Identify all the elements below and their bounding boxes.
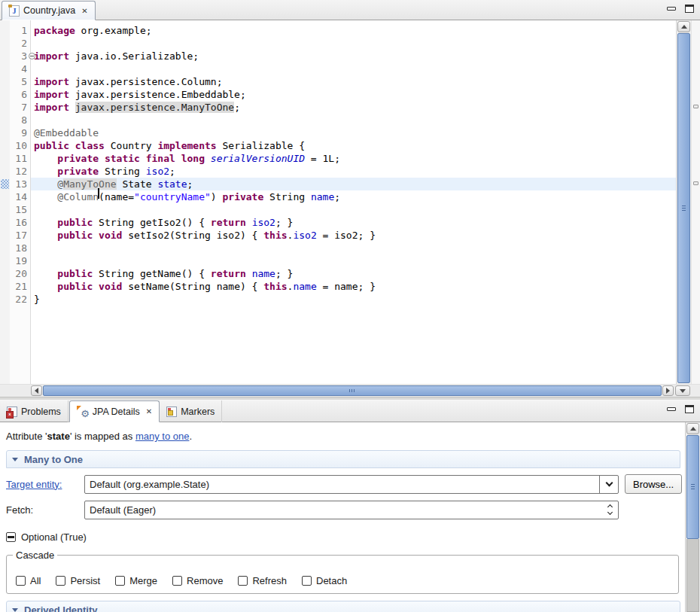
editor-horizontal-scrollbar bbox=[0, 384, 700, 397]
code-token bbox=[34, 191, 57, 202]
mapping-type-link[interactable]: many to one bbox=[135, 431, 190, 442]
target-entity-link[interactable]: Target entity: bbox=[6, 479, 84, 490]
code-line[interactable]: public class Country implements Serializ… bbox=[31, 139, 676, 152]
code-token: Serializable { bbox=[217, 140, 305, 151]
checkbox[interactable] bbox=[238, 576, 248, 586]
code-line[interactable]: package org.example; bbox=[31, 24, 676, 37]
fold-collapse-icon[interactable] bbox=[29, 53, 35, 59]
maximize-icon[interactable] bbox=[685, 5, 694, 13]
code-line[interactable]: public String getIso2() { return iso2; } bbox=[31, 216, 676, 229]
code-token: implements bbox=[157, 140, 216, 151]
scroll-left-button[interactable] bbox=[31, 385, 42, 396]
close-icon[interactable]: ✕ bbox=[81, 7, 87, 15]
code-line[interactable]: import javax.persistence.ManyToOne; bbox=[31, 101, 676, 114]
java-editor: 12345678910111213141516171819202122 pack… bbox=[0, 20, 700, 384]
panel-vscrollbar-track[interactable] bbox=[686, 539, 699, 612]
code-token: javax.persistence.Embeddable; bbox=[69, 89, 246, 100]
close-icon[interactable]: ✕ bbox=[146, 407, 152, 416]
code-line[interactable] bbox=[31, 62, 676, 75]
checkbox[interactable] bbox=[56, 576, 65, 586]
combo-spinner[interactable] bbox=[601, 501, 618, 519]
line-number: 8 bbox=[10, 114, 30, 126]
code-line[interactable]: public String getName() { return name; } bbox=[31, 267, 676, 280]
section-many-to-one[interactable]: Many to One bbox=[6, 450, 680, 468]
cascade-option-detach[interactable]: Detach bbox=[302, 575, 347, 586]
code-line[interactable] bbox=[31, 114, 676, 126]
jpa-details-icon bbox=[77, 406, 89, 417]
overview-ruler[interactable] bbox=[691, 20, 700, 384]
code-line[interactable] bbox=[31, 254, 676, 267]
editor-hscrollbar-thumb[interactable] bbox=[43, 385, 662, 396]
tab-markers[interactable]: Markers bbox=[160, 400, 222, 422]
code-line[interactable]: private String iso2; bbox=[31, 165, 676, 178]
code-line[interactable]: @Embeddable bbox=[31, 126, 676, 139]
target-entity-combo[interactable]: Default (org.example.State) bbox=[84, 475, 619, 494]
code-token: name bbox=[311, 191, 334, 202]
panel-vertical-scrollbar bbox=[685, 422, 700, 612]
maximize-icon[interactable] bbox=[685, 405, 694, 413]
cascade-option-all[interactable]: All bbox=[16, 575, 41, 586]
browse-button[interactable]: Browse... bbox=[625, 474, 682, 494]
cascade-option-remove[interactable]: Remove bbox=[172, 575, 223, 586]
checkbox[interactable] bbox=[115, 576, 125, 586]
combo-dropdown-button[interactable] bbox=[599, 476, 618, 493]
editor-vscrollbar-thumb[interactable] bbox=[677, 33, 690, 383]
code-line[interactable] bbox=[31, 242, 676, 254]
hscrollbar-track[interactable] bbox=[43, 385, 662, 396]
optional-checkbox[interactable] bbox=[6, 532, 16, 542]
line-number: 22 bbox=[10, 293, 30, 306]
code-line[interactable] bbox=[31, 37, 676, 50]
scroll-up-button[interactable] bbox=[686, 423, 699, 434]
arrow-right-icon bbox=[666, 388, 670, 394]
code-line-current[interactable]: @ManyToOne State state; bbox=[31, 178, 676, 190]
code-line[interactable]: import java.io.Serializable; bbox=[31, 50, 676, 62]
line-number: 15 bbox=[10, 203, 30, 216]
target-entity-row: Target entity: Default (org.example.Stat… bbox=[6, 474, 683, 494]
section-derived-identity[interactable]: Derived Identity bbox=[6, 601, 680, 612]
fetch-combo[interactable]: Default (Eager) bbox=[84, 501, 619, 519]
code-token bbox=[34, 178, 57, 190]
code-line[interactable]: public void setIso2(String iso2) { this.… bbox=[31, 229, 676, 242]
scroll-up-button[interactable] bbox=[677, 21, 690, 32]
code-token: private bbox=[222, 191, 263, 202]
scroll-right-button[interactable] bbox=[662, 385, 674, 396]
code-token: } bbox=[34, 294, 40, 305]
code-token: name bbox=[293, 281, 316, 292]
minimize-icon[interactable] bbox=[667, 7, 676, 11]
code-line[interactable]: } bbox=[31, 293, 676, 306]
overview-occurrence-marker[interactable] bbox=[693, 181, 698, 185]
line-number: 21 bbox=[10, 280, 30, 293]
tab-country-java[interactable]: J Country.java ✕ bbox=[2, 1, 96, 20]
code-token: = name; } bbox=[317, 281, 376, 292]
editor-tab-label: Country.java bbox=[23, 5, 75, 16]
tab-problems[interactable]: Problems bbox=[0, 400, 68, 422]
cascade-option-persist[interactable]: Persist bbox=[56, 575, 100, 586]
checkbox[interactable] bbox=[172, 576, 182, 586]
code-line[interactable]: private static final long serialVersionU… bbox=[31, 152, 676, 165]
code-text-area[interactable]: package org.example;import java.io.Seria… bbox=[31, 20, 676, 384]
scroll-down-button[interactable] bbox=[675, 385, 690, 396]
checkbox-label: Persist bbox=[70, 575, 100, 586]
code-line[interactable] bbox=[31, 203, 676, 216]
code-line[interactable]: public void setName(String name) { this.… bbox=[31, 280, 676, 293]
checkbox[interactable] bbox=[16, 576, 26, 586]
cascade-option-merge[interactable]: Merge bbox=[115, 575, 157, 586]
editor-vertical-scrollbar bbox=[676, 20, 691, 384]
panel-vscrollbar-thumb[interactable] bbox=[686, 435, 699, 539]
annotation-ruler[interactable] bbox=[0, 20, 10, 384]
line-number-ruler[interactable]: 12345678910111213141516171819202122 bbox=[10, 20, 31, 384]
minimize-icon[interactable] bbox=[667, 407, 676, 411]
code-token: (name= bbox=[99, 191, 134, 202]
tab-jpa-details[interactable]: JPA Details ✕ bbox=[69, 400, 160, 422]
code-line[interactable]: import javax.persistence.Embeddable; bbox=[31, 88, 676, 101]
code-line[interactable]: @Column(name="countryName") private Stri… bbox=[31, 190, 676, 203]
cascade-option-refresh[interactable]: Refresh bbox=[238, 575, 287, 586]
code-line[interactable]: import javax.persistence.Column; bbox=[31, 75, 676, 88]
checkbox[interactable] bbox=[302, 576, 312, 586]
editor-area: J Country.java ✕ 12345678910111213141516… bbox=[0, 0, 700, 397]
attribute-name: state bbox=[47, 431, 70, 442]
chevron-down-icon bbox=[605, 480, 613, 487]
line-number: 18 bbox=[10, 242, 30, 254]
overview-occurrence-marker[interactable] bbox=[693, 105, 698, 108]
code-token: import bbox=[34, 102, 69, 113]
